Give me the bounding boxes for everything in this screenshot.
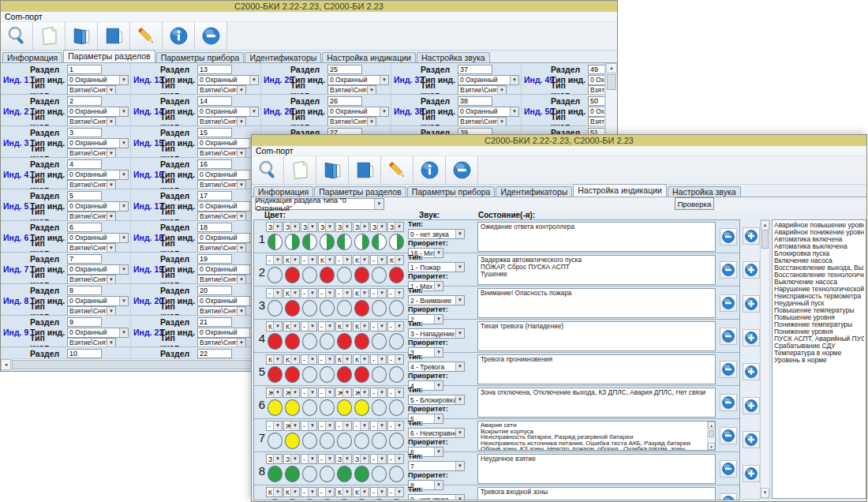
indicator-type-select[interactable]: 0 Охранный▼: [197, 107, 259, 117]
led-color-select[interactable]: К▼: [283, 255, 300, 265]
button-type-select[interactable]: Взятие\Снятие▼: [67, 275, 116, 285]
button-type-select[interactable]: Взятие\Снятие▼: [197, 117, 246, 127]
led-color-select[interactable]: -▼: [387, 354, 404, 365]
edit-button[interactable]: [130, 22, 163, 50]
button-type-select[interactable]: Взятие\Снятие▼: [197, 180, 246, 190]
led-color-select[interactable]: -▼: [318, 321, 335, 332]
led-color-select[interactable]: К▼: [283, 354, 300, 365]
state-textarea[interactable]: Внимание! Опасность пожара: [477, 288, 716, 318]
led-color-select[interactable]: З▼: [353, 454, 369, 464]
led-color-select[interactable]: Зп▼: [283, 222, 300, 232]
razdel-input[interactable]: [588, 96, 604, 106]
razdel-input[interactable]: [67, 65, 102, 74]
razdel-input[interactable]: [458, 96, 492, 106]
led-color-select[interactable]: К▼: [353, 288, 369, 298]
led-color-select[interactable]: К▼: [353, 255, 369, 265]
state-textarea[interactable]: Задержка автоматического пуска ПОЖАР, Сб…: [477, 255, 716, 285]
tab-Настройка звука[interactable]: Настройка звука: [417, 52, 490, 62]
open-folder-button[interactable]: [65, 22, 98, 50]
button-type-select[interactable]: Взятие\Снятие▼: [197, 212, 246, 222]
led-color-select[interactable]: К▼: [283, 321, 300, 332]
led-color-select[interactable]: Зп▼: [335, 222, 352, 232]
led-color-select[interactable]: -▼: [387, 321, 404, 332]
remove-state-button[interactable]: [720, 427, 737, 444]
search-button[interactable]: [252, 156, 284, 184]
remove-state-button[interactable]: [720, 394, 737, 411]
button-type-select[interactable]: Взятие\Снятие▼: [458, 117, 507, 127]
add-state-button[interactable]: [743, 261, 760, 279]
razdel-input[interactable]: [197, 223, 232, 232]
tab-Информация[interactable]: Информация: [2, 52, 62, 62]
led-color-select[interactable]: -▼: [318, 288, 335, 298]
event-list-item[interactable]: Включение насоса: [774, 257, 864, 264]
new-file-button[interactable]: [284, 156, 316, 184]
event-list-item[interactable]: Аварийное понижение уровня: [774, 229, 864, 236]
indicator-type-select[interactable]: 0 Охранный▼: [327, 75, 389, 85]
sound-type-select[interactable]: 7▼: [408, 461, 465, 471]
indicator-type-select[interactable]: 0 Охранный▼: [67, 328, 129, 338]
indicator-type-select[interactable]: 0 Охранный▼: [197, 296, 259, 306]
event-list-item[interactable]: Выключение насоса: [774, 279, 864, 286]
info-button[interactable]: [413, 156, 446, 184]
event-list-item[interactable]: ПУСК АСПТ, Аварийный ПУСК: [774, 335, 864, 343]
led-color-select[interactable]: Зп▼: [301, 222, 317, 232]
event-list-item[interactable]: Понижение уровня: [774, 328, 864, 335]
razdel-input[interactable]: [67, 254, 102, 264]
add-state-button[interactable]: [743, 499, 760, 500]
remove-state-button[interactable]: [720, 294, 737, 312]
razdel-input[interactable]: [67, 191, 102, 200]
button-type-select[interactable]: Взятие\Снятие▼: [197, 148, 246, 159]
scroll-up-arrow[interactable]: ▲: [606, 63, 617, 73]
indicator-type-select[interactable]: 0 Охранный▼: [458, 75, 519, 85]
event-list-item[interactable]: Автоматика выключена: [774, 243, 864, 250]
led-color-select[interactable]: -▼: [301, 421, 317, 431]
event-list-item[interactable]: Восстановление выхода, Выход подключен: [774, 264, 864, 272]
state-textarea[interactable]: Тихая тревога (Нападение): [477, 321, 716, 351]
led-color-select[interactable]: -▼: [387, 388, 404, 398]
sound-type-select[interactable]: 1 - Пожар▼: [408, 262, 465, 272]
led-color-select[interactable]: -▼: [370, 288, 387, 298]
check-button[interactable]: Проверка: [675, 197, 714, 210]
menu-com-port[interactable]: Com-порт: [256, 146, 294, 155]
led-color-select[interactable]: К▼: [266, 354, 282, 365]
event-list-item[interactable]: Уровень в норме: [774, 357, 864, 364]
event-list-item[interactable]: Повышение уровня: [774, 314, 864, 321]
led-color-select[interactable]: К▼: [335, 354, 352, 365]
indicator-type-select[interactable]: 0 Охранный▼: [197, 328, 259, 338]
scroll-down-arrow[interactable]: ▼: [761, 488, 769, 498]
razdel-input[interactable]: [197, 65, 232, 74]
led-color-select[interactable]: -▼: [301, 487, 317, 497]
tab-Идентификаторы[interactable]: Идентификаторы: [496, 186, 572, 197]
button-type-select[interactable]: Взятие\Снятие▼: [67, 180, 116, 190]
led-color-select[interactable]: -▼: [301, 354, 317, 365]
led-color-select[interactable]: -▼: [266, 421, 282, 431]
add-state-button[interactable]: [743, 295, 760, 313]
razdel-input[interactable]: [67, 96, 102, 106]
button-type-select[interactable]: Взятие\Снятие▼: [197, 85, 246, 96]
button-type-select[interactable]: Взятие\Снятие▼: [588, 85, 604, 96]
scroll-up-arrow[interactable]: ▲: [708, 421, 715, 429]
add-state-button[interactable]: [743, 227, 760, 245]
tab-Настройка звука[interactable]: Настройка звука: [668, 186, 741, 197]
add-state-button[interactable]: [743, 465, 760, 482]
led-color-select[interactable]: -▼: [370, 354, 387, 365]
indicator-type-select[interactable]: 0 Охранный▼: [67, 296, 129, 306]
led-color-select[interactable]: -▼: [301, 321, 317, 332]
tab-Параметры разделов[interactable]: Параметры разделов: [314, 186, 406, 197]
led-color-select[interactable]: -▼: [370, 487, 387, 497]
led-color-select[interactable]: Зп▼: [318, 222, 335, 232]
state-textarea[interactable]: Авария сети Вскрытие корпуса Неисправнос…: [477, 421, 716, 451]
event-list-item[interactable]: Нарушение технологической зоны: [774, 286, 864, 293]
razdel-input[interactable]: [327, 65, 362, 74]
scroll-left-arrow[interactable]: ◄: [1, 359, 11, 370]
indicator-type-select[interactable]: 0 Охранный▼: [588, 107, 604, 117]
remove-state-button[interactable]: [720, 361, 737, 378]
state-textarea[interactable]: Зона отключена, Отключение выхода, КЗ ДП…: [477, 388, 716, 418]
indication-type-combo[interactable]: Индикация раздела типа "0 Охранный" ▼: [255, 198, 384, 210]
razdel-input[interactable]: [67, 286, 102, 295]
led-color-select[interactable]: К▼: [283, 487, 300, 497]
led-color-select[interactable]: Зп▼: [387, 222, 404, 232]
led-color-select[interactable]: К▼: [335, 487, 352, 497]
led-color-select[interactable]: -▼: [387, 454, 404, 464]
led-color-select[interactable]: -▼: [301, 255, 317, 265]
